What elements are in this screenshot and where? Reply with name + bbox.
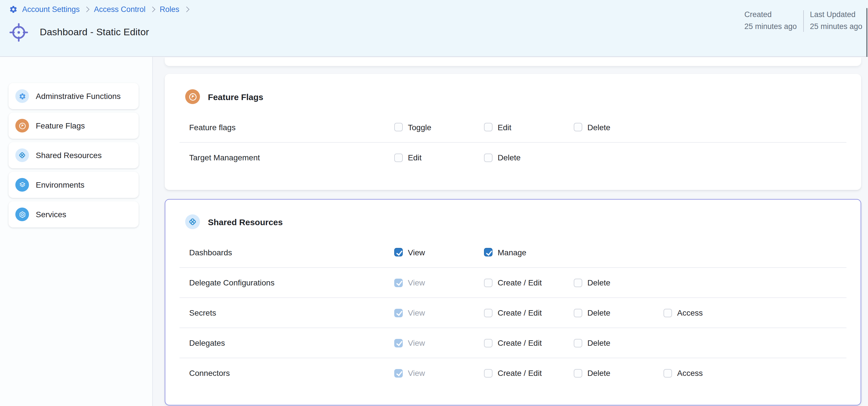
permission-view: View — [394, 369, 484, 378]
resource-row: Delegate Configurations View Create / Ed… — [180, 267, 846, 297]
sidebar-item-label: Adminstrative Functions — [36, 91, 121, 100]
permission-delete[interactable]: Delete — [484, 153, 574, 162]
checkbox — [394, 309, 403, 317]
checkbox[interactable] — [484, 309, 493, 317]
title-row: Dashboard - Static Editor — [9, 23, 149, 42]
breadcrumb-link-account-settings[interactable]: Account Settings — [22, 5, 80, 13]
permission-delete[interactable]: Delete — [574, 338, 663, 347]
layers-icon — [16, 178, 29, 192]
card-header: Shared Resources — [185, 214, 846, 229]
permission-label: Create / Edit — [498, 338, 542, 347]
resource-row: Secrets View Create / Edit Delete — [180, 297, 846, 327]
card-header: Feature Flags — [185, 89, 846, 104]
permission-label: Access — [677, 308, 703, 317]
permission-label: Delete — [587, 278, 610, 287]
shared-resources-card: Shared Resources Dashboards View Manage — [165, 199, 861, 405]
permission-label: Delete — [587, 122, 610, 132]
checkbox[interactable] — [574, 339, 582, 347]
resource-label: Connectors — [189, 369, 394, 378]
permission-toggle[interactable]: Toggle — [394, 122, 484, 132]
checkbox[interactable] — [574, 309, 582, 317]
card-title: Shared Resources — [208, 217, 283, 227]
last-updated-meta: Last Updated 25 minutes ago — [810, 9, 862, 33]
sidebar-item-feature-flags[interactable]: Feature Flags — [8, 113, 138, 139]
checkbox[interactable] — [484, 153, 493, 162]
permission-create-edit[interactable]: Create / Edit — [484, 369, 574, 378]
permission-delete[interactable]: Delete — [574, 122, 663, 132]
sidebar-item-label: Environments — [36, 180, 84, 190]
partial-card-top — [165, 57, 861, 66]
last-updated-label: Last Updated — [810, 9, 862, 21]
last-updated-value: 25 minutes ago — [810, 21, 862, 33]
created-value: 25 minutes ago — [744, 21, 797, 33]
checkbox[interactable] — [394, 248, 403, 257]
permission-edit[interactable]: Edit — [394, 153, 484, 162]
sidebar-item-label: Services — [36, 210, 66, 219]
resource-label: Secrets — [189, 308, 394, 317]
scrollbar-thumb[interactable] — [866, 8, 867, 58]
breadcrumb-chevron-icon — [150, 6, 155, 12]
created-meta: Created 25 minutes ago — [744, 9, 797, 33]
checkbox[interactable] — [663, 369, 672, 377]
permission-create-edit[interactable]: Create / Edit — [484, 278, 574, 287]
card-rows: Dashboards View Manage Delegate Configur… — [180, 237, 846, 388]
created-label: Created — [744, 9, 797, 21]
permission-label: View — [408, 369, 425, 378]
sidebar-item-services[interactable]: Services — [8, 201, 138, 228]
permission-edit[interactable]: Edit — [484, 122, 574, 132]
checkbox[interactable] — [574, 278, 582, 287]
permission-label: Delete — [587, 338, 610, 347]
permission-label: View — [408, 338, 425, 347]
checkbox[interactable] — [574, 369, 582, 377]
resource-label: Dashboards — [189, 248, 394, 257]
breadcrumb: Account Settings Access Control Roles — [9, 5, 189, 13]
checkbox[interactable] — [394, 153, 403, 162]
permission-create-edit[interactable]: Create / Edit — [484, 308, 574, 317]
checkbox — [394, 278, 403, 287]
sidebar-item-environments[interactable]: Environments — [8, 172, 138, 198]
permission-label: Toggle — [408, 122, 431, 132]
gear-icon — [16, 89, 29, 103]
permission-view[interactable]: View — [394, 248, 484, 257]
resource-row: Connectors View Create / Edit Delete — [180, 358, 846, 388]
flag-icon — [16, 119, 29, 133]
permission-label: Manage — [498, 248, 526, 257]
resource-label: Delegates — [189, 338, 394, 347]
card-rows: Feature flags Toggle Edit Delete — [180, 112, 846, 172]
checkbox[interactable] — [484, 248, 493, 257]
permission-access[interactable]: Access — [663, 308, 753, 317]
permission-label: Create / Edit — [498, 278, 542, 287]
permission-delete[interactable]: Delete — [574, 369, 663, 378]
checkbox[interactable] — [574, 123, 582, 132]
breadcrumb-link-access-control[interactable]: Access Control — [94, 5, 146, 13]
permission-manage[interactable]: Manage — [484, 248, 574, 257]
checkbox[interactable] — [484, 369, 493, 377]
resource-category-sidebar: Adminstrative Functions Feature Flags Sh… — [0, 57, 153, 406]
permission-label: Create / Edit — [498, 369, 542, 378]
checkbox[interactable] — [484, 278, 493, 287]
checkbox — [394, 369, 403, 377]
permission-access[interactable]: Access — [663, 369, 753, 378]
permission-delete[interactable]: Delete — [574, 308, 663, 317]
breadcrumb-chevron-icon — [84, 6, 90, 12]
permission-delete[interactable]: Delete — [574, 278, 663, 287]
checkbox[interactable] — [484, 123, 493, 132]
permission-label: Edit — [498, 122, 511, 132]
permission-view: View — [394, 278, 484, 287]
checkbox[interactable] — [663, 309, 672, 317]
checkbox[interactable] — [484, 339, 493, 347]
resource-row: Target Management Edit Delete — [180, 142, 846, 172]
sidebar-item-label: Shared Resources — [36, 151, 102, 160]
page-header: Account Settings Access Control Roles Da… — [0, 0, 868, 57]
permissions-panel: Feature Flags Feature flags Toggle Edit — [153, 57, 868, 406]
permission-create-edit[interactable]: Create / Edit — [484, 338, 574, 347]
sidebar-item-administrative-functions[interactable]: Adminstrative Functions — [8, 83, 138, 109]
permission-label: Delete — [587, 369, 610, 378]
breadcrumb-link-roles[interactable]: Roles — [160, 5, 179, 13]
resource-row: Feature flags Toggle Edit Delete — [180, 112, 846, 142]
checkbox[interactable] — [394, 123, 403, 132]
permission-label: View — [408, 308, 425, 317]
diamond-grid-icon — [185, 214, 200, 229]
sidebar-item-shared-resources[interactable]: Shared Resources — [8, 142, 138, 168]
settings-gear-icon — [9, 5, 18, 13]
